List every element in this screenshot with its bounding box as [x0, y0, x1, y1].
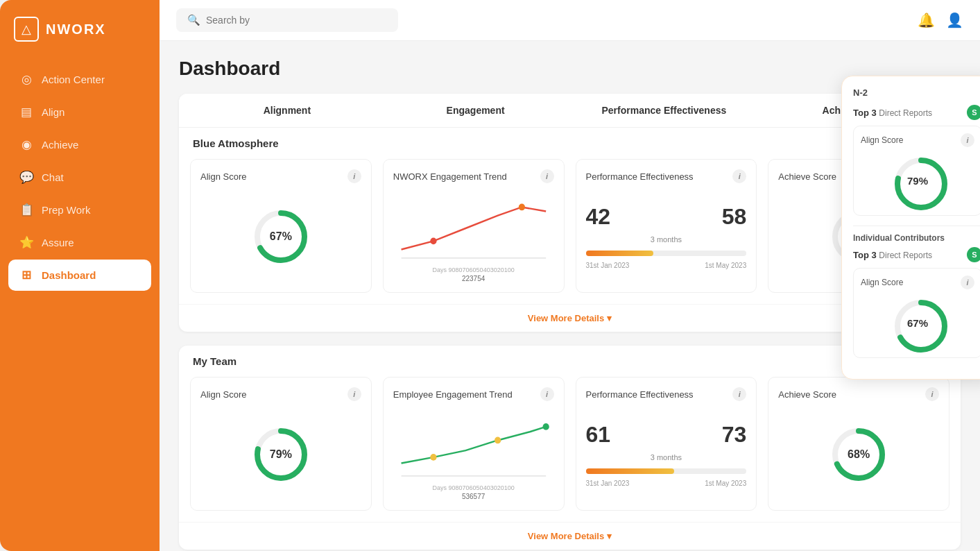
mt-achieve-info[interactable]: i [925, 387, 939, 401]
search-input[interactable] [206, 15, 387, 26]
sidebar-label-achieve: Achieve [42, 139, 78, 151]
sidebar-item-achieve[interactable]: ◉ Achieve [8, 129, 151, 160]
panel-align-header-2: Align Score i [861, 276, 974, 289]
panel-align-value-1: 79% [907, 175, 928, 187]
mt-engagement-card: Employee Engagement Trend i Days 90807 [383, 377, 565, 511]
topbar-icons: 🔔 👤 [918, 12, 963, 28]
ba-align-donut: 67% [250, 205, 312, 268]
mt-align-title: Align Score [200, 389, 246, 400]
sidebar-item-assure[interactable]: ⭐ Assure [8, 227, 151, 258]
panel-align-header-1: Align Score i [861, 133, 974, 147]
panel-align-card-2: Align Score i 67% [853, 268, 980, 358]
ba-engagement-card: NWORX Engagement Trend i [383, 159, 565, 293]
panel-align-value-2: 67% [907, 317, 928, 329]
mt-score-1: 53 [462, 493, 470, 500]
panel-top3-row-2: Top 3 Direct Reports S [853, 247, 980, 262]
sidebar: △ NWORX ◎ Action Center ▤ Align ◉ Achiev… [0, 0, 160, 551]
header-engagement: Engagement [381, 105, 570, 116]
panel-top3-text-2: Top 3 Direct Reports [853, 250, 932, 260]
mt-align-value: 79% [270, 448, 292, 461]
content-area: Dashboard Alignment Engagement Performan… [160, 41, 980, 551]
mt-engagement-title: Employee Engagement Trend [393, 389, 513, 400]
search-box[interactable]: 🔍 [176, 8, 398, 32]
mt-align-donut: 79% [250, 423, 312, 486]
panel-donut-1: 79% [861, 153, 974, 208]
ba-score-2: 37 [470, 275, 477, 282]
dashboard-icon: ⊞ [19, 268, 33, 282]
mt-engagement-info[interactable]: i [540, 387, 554, 401]
ba-performance-title: Performance Effectiveness [586, 171, 694, 182]
sidebar-label-action-center: Action Center [42, 74, 105, 85]
align-icon: ▤ [19, 105, 33, 119]
panel-top3-row-1: Top 3 Direct Reports S [853, 105, 980, 120]
user-icon[interactable]: 👤 [946, 12, 963, 28]
panel-donut-2: 67% [861, 295, 974, 350]
sidebar-item-dashboard[interactable]: ⊞ Dashboard [8, 260, 151, 291]
logo-area: △ NWORX [0, 0, 160, 58]
svg-point-11 [495, 437, 501, 444]
ba-align-value: 67% [270, 230, 292, 243]
ba-perf-label: 3 months [586, 235, 747, 244]
logo-icon: △ [14, 17, 39, 42]
mt-perf-bar [586, 468, 747, 474]
mt-perf-label: 3 months [586, 453, 747, 461]
main-wrapper: 🔍 🔔 👤 Dashboard Alignment Engagement Per… [160, 0, 980, 551]
mt-perf-left: 61 [586, 422, 611, 448]
ba-perf-detail: 42 58 3 months 31st Jan 2023 1st May 202… [586, 204, 747, 269]
ba-performance-info[interactable]: i [732, 169, 746, 183]
my-team-metrics: Align Score i 79% [179, 377, 961, 522]
achieve-icon: ◉ [19, 137, 33, 152]
mt-perf-detail: 61 73 3 months 31st Jan 2023 1st May 202… [586, 422, 747, 487]
header-alignment: Alignment [193, 105, 381, 116]
mt-align-card: Align Score i 79% [190, 377, 372, 511]
mt-achieve-title: Achieve Score [778, 389, 836, 400]
mt-trend-chart [393, 408, 554, 484]
mt-achieve-card: Achieve Score i 68% [768, 377, 949, 511]
mt-perf-right: 73 [722, 422, 747, 448]
page-title: Dashboard [179, 58, 961, 80]
ba-align-info[interactable]: i [347, 169, 361, 183]
mt-performance-title: Performance Effectiveness [586, 389, 694, 400]
notification-icon[interactable]: 🔔 [918, 12, 935, 28]
sidebar-label-chat: Chat [42, 171, 64, 183]
sidebar-label-prep-work: Prep Work [42, 204, 91, 216]
svg-point-3 [519, 204, 525, 211]
panel-align-info-2[interactable]: i [961, 276, 974, 289]
header-performance: Performance Effectiveness [570, 105, 759, 116]
ba-view-more-btn[interactable]: View More Details ▾ [528, 313, 612, 323]
assure-icon: ⭐ [19, 235, 33, 250]
mt-view-more-btn[interactable]: View More Details ▾ [528, 531, 612, 541]
chat-icon: 💬 [19, 170, 33, 185]
panel-top3-text-1: Top 3 Direct Reports [853, 108, 932, 118]
sidebar-item-action-center[interactable]: ◎ Action Center [8, 64, 151, 95]
svg-point-2 [430, 237, 436, 244]
sidebar-label-assure: Assure [42, 237, 74, 248]
ba-perf-left: 42 [586, 204, 611, 230]
panel-align-title-1: Align Score [861, 135, 903, 145]
mt-score-2: 65 [470, 493, 477, 500]
panel-align-info-1[interactable]: i [961, 133, 974, 147]
panel-s-badge-1: S [967, 105, 980, 120]
logo-text: NWORX [46, 22, 106, 37]
action-center-icon: ◎ [19, 72, 33, 87]
ba-perf-right: 58 [722, 204, 747, 230]
mt-performance-card: Performance Effectiveness i 61 73 3 mont… [576, 377, 757, 511]
mt-align-info[interactable]: i [347, 387, 361, 401]
mt-performance-info[interactable]: i [732, 387, 746, 401]
ba-engagement-info[interactable]: i [540, 169, 554, 183]
panel-align-title-2: Align Score [861, 278, 903, 287]
svg-point-12 [542, 423, 549, 430]
ba-trend-chart [393, 190, 554, 266]
ba-align-title: Align Score [200, 171, 246, 182]
my-team-table: My Team Align Score i 79% [179, 346, 961, 550]
sidebar-item-align[interactable]: ▤ Align [8, 96, 151, 128]
mt-score-3: 77 [477, 493, 485, 500]
panel-donut-chart-1: 79% [890, 153, 945, 208]
ba-achieve-title: Achieve Score [778, 171, 836, 182]
ba-score-1: 22 [462, 275, 470, 282]
sidebar-item-prep-work[interactable]: 📋 Prep Work [8, 194, 151, 226]
sidebar-item-chat[interactable]: 💬 Chat [8, 162, 151, 193]
panel-group-label: Individual Contributors [853, 233, 980, 243]
ba-perf-bar [586, 251, 747, 256]
ba-performance-card: Performance Effectiveness i 42 58 3 mont… [576, 159, 757, 293]
